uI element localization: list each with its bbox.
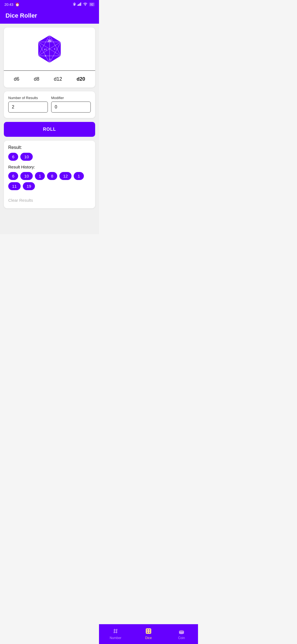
result-label: Result: (8, 145, 91, 150)
main-content: 20 14 6 4 11 d6 d8 d12 d20 Number of Res… (0, 24, 99, 234)
status-time: 20:43 (4, 2, 13, 7)
roll-button[interactable]: ROLL (4, 122, 95, 137)
status-bar: 20:43 ⏰ 92 (0, 0, 99, 9)
app-header: Dice Roller (0, 9, 99, 24)
svg-text:11: 11 (49, 58, 51, 61)
wifi-icon (83, 2, 87, 7)
modifier-input[interactable] (51, 102, 91, 113)
svg-text:6: 6 (54, 48, 55, 50)
history-chip: 6 (8, 172, 18, 180)
modifier-group: Modifier (51, 96, 91, 113)
svg-text:14: 14 (44, 48, 47, 51)
input-card: Number of Results Modifier (4, 91, 95, 118)
svg-rect-0 (78, 5, 78, 6)
dice-d20-button[interactable]: d20 (75, 75, 87, 83)
dice-d12-button[interactable]: d12 (52, 75, 64, 83)
signal-icon (78, 2, 81, 7)
number-of-results-group: Number of Results (8, 96, 48, 113)
history-chip: 19 (23, 182, 35, 190)
input-row: Number of Results Modifier (8, 96, 91, 113)
dice-image-area: 20 14 6 4 11 (4, 28, 95, 71)
status-right: 92 (73, 2, 95, 7)
dice-d6-button[interactable]: d6 (12, 75, 21, 83)
history-chip: 8 (47, 172, 57, 180)
history-label: Result History: (8, 165, 91, 169)
result-chip: 10 (20, 153, 33, 161)
svg-text:4: 4 (45, 54, 46, 57)
history-chip: 11 (8, 182, 21, 190)
dice-card: 20 14 6 4 11 d6 d8 d12 d20 (4, 28, 95, 88)
alarm-icon: ⏰ (15, 2, 20, 7)
svg-rect-3 (80, 2, 81, 6)
svg-rect-2 (79, 3, 80, 6)
history-chip: 10 (20, 172, 33, 180)
history-results: 610181211119 (8, 172, 91, 190)
svg-rect-1 (78, 4, 79, 6)
dice-d8-button[interactable]: d8 (32, 75, 42, 83)
current-results: 610 (8, 153, 91, 161)
bluetooth-icon (73, 2, 76, 7)
result-chip: 6 (8, 153, 18, 161)
number-of-results-label: Number of Results (8, 96, 48, 100)
battery-icon: 92 (89, 2, 95, 6)
status-left: 20:43 ⏰ (4, 2, 20, 7)
dice-types: d6 d8 d12 d20 (4, 71, 95, 88)
result-card: Result: 610 Result History: 610181211119… (4, 141, 95, 208)
history-chip: 1 (74, 172, 84, 180)
history-chip: 12 (59, 172, 72, 180)
number-of-results-input[interactable] (8, 102, 48, 113)
modifier-label: Modifier (51, 96, 91, 100)
history-chip: 1 (35, 172, 45, 180)
clear-results-button[interactable]: Clear Results (8, 198, 33, 203)
dice-image: 20 14 6 4 11 (33, 33, 66, 66)
svg-point-4 (85, 5, 86, 6)
svg-text:20: 20 (48, 39, 51, 43)
page-title: Dice Roller (6, 12, 94, 19)
